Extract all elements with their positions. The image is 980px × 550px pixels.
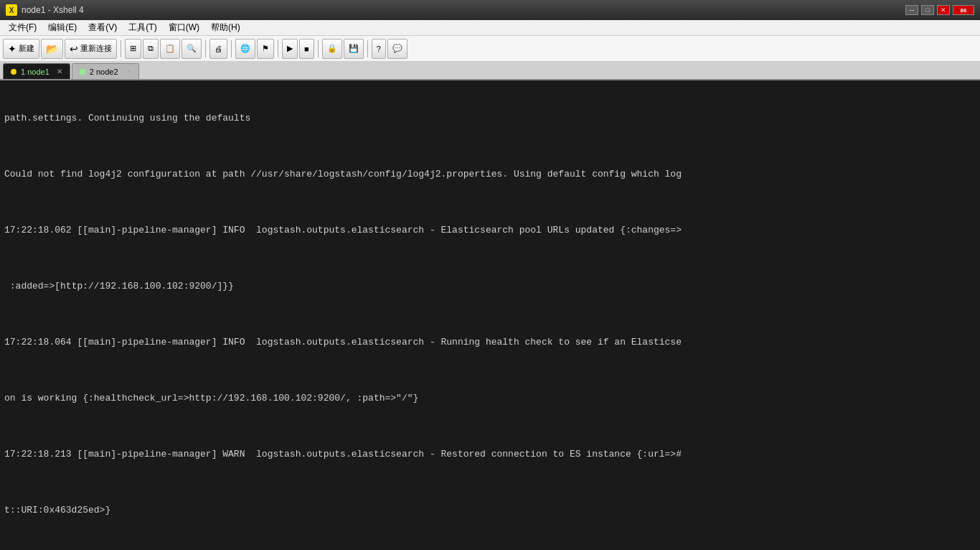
disk-icon: 💾 — [349, 44, 359, 53]
stop-button[interactable]: ■ — [299, 39, 314, 59]
menu-file[interactable]: 文件(F) — [3, 20, 42, 35]
grid-icon: ⊞ — [130, 44, 136, 53]
separator-3 — [231, 40, 232, 57]
title-bar: X node1 - Xshell 4 ─ □ ✕ 86 — [0, 0, 980, 20]
print-button[interactable]: 🖨 — [209, 39, 227, 59]
term-line-4: 17:22:18.064 [[main]-pipeline-manager] I… — [4, 335, 976, 350]
menu-tools[interactable]: 工具(T) — [123, 20, 162, 35]
open-icon: 📂 — [46, 43, 58, 55]
reconnect-icon: ↩ — [70, 43, 78, 55]
lock-button[interactable]: 🔒 — [322, 39, 342, 59]
tab-label-1: 1 node1 — [21, 67, 50, 76]
flag-button[interactable]: ⚑ — [257, 39, 274, 59]
separator-6 — [367, 40, 368, 57]
menu-window[interactable]: 窗口(W) — [163, 20, 205, 35]
minimize-button[interactable]: ─ — [905, 5, 918, 15]
term-line-1: Could not find log4j2 configuration at p… — [4, 167, 976, 182]
tab-close-2[interactable]: ✕ — [126, 67, 131, 75]
find-button[interactable]: 🔍 — [182, 39, 202, 59]
reconnect-button[interactable]: ↩ 重新连接 — [65, 39, 117, 59]
globe-button[interactable]: 🌐 — [235, 39, 255, 59]
paste-button[interactable]: 📋 — [160, 39, 180, 59]
term-line-5: on is working {:healthcheck_url=>http://… — [4, 391, 976, 406]
window-title: node1 - Xshell 4 — [22, 5, 905, 15]
close-button[interactable]: ✕ — [937, 5, 950, 15]
chat-icon: 💬 — [392, 44, 402, 53]
notification-badge[interactable]: 86 — [953, 5, 974, 15]
term-line-2: 17:22:18.062 [[main]-pipeline-manager] I… — [4, 223, 976, 238]
menu-view[interactable]: 查看(V) — [83, 20, 123, 35]
help-button[interactable]: ? — [372, 39, 386, 59]
tab-node2[interactable]: 2 node2 ✕ — [72, 63, 139, 79]
maximize-button[interactable]: □ — [921, 5, 934, 15]
lock-icon: 🔒 — [327, 44, 337, 53]
toolbar: ✦ 新建 📂 ↩ 重新连接 ⊞ ⧉ 📋 🔍 🖨 🌐 ⚑ ▶ ■ 🔒 💾 — [0, 36, 980, 62]
open-button[interactable]: 📂 — [41, 39, 63, 59]
chat-button[interactable]: 💬 — [387, 39, 407, 59]
tab-dot-2 — [80, 69, 85, 75]
play-icon: ▶ — [287, 44, 293, 53]
separator-1 — [121, 40, 121, 57]
menu-bar: 文件(F) 编辑(E) 查看(V) 工具(T) 窗口(W) 帮助(H) — [0, 20, 980, 36]
new-icon: ✦ — [8, 43, 17, 55]
menu-edit[interactable]: 编辑(E) — [42, 20, 83, 35]
tab-node1[interactable]: 1 node1 ✕ — [3, 63, 70, 79]
find-icon: 🔍 — [187, 44, 197, 53]
print-icon: 🖨 — [215, 45, 222, 53]
globe-icon: 🌐 — [240, 44, 250, 53]
tab-close-1[interactable]: ✕ — [57, 67, 62, 75]
separator-2 — [205, 40, 206, 57]
separator-5 — [318, 40, 319, 57]
tab-label-2: 2 node2 — [90, 67, 118, 76]
app-icon: X — [6, 4, 17, 16]
copy-icon: ⧉ — [148, 44, 154, 53]
disk-button[interactable]: 💾 — [344, 39, 364, 59]
term-line-3: :added=>[http://192.168.100.102:9200/]}} — [4, 279, 976, 294]
paste-icon: 📋 — [165, 44, 175, 53]
terminal[interactable]: path.settings. Continuing using the defa… — [0, 80, 980, 550]
new-button[interactable]: ✦ 新建 — [3, 39, 39, 59]
tab-bar: 1 node1 ✕ 2 node2 ✕ — [0, 62, 980, 80]
help-icon: ? — [377, 45, 381, 53]
grid-button[interactable]: ⊞ — [125, 39, 141, 59]
term-line-7: t::URI:0x463d25ed>} — [4, 503, 976, 518]
stop-icon: ■ — [304, 45, 309, 53]
copy-button[interactable]: ⧉ — [143, 39, 159, 59]
window-controls: ─ □ ✕ 86 — [905, 5, 974, 15]
menu-help[interactable]: 帮助(H) — [205, 20, 246, 35]
flag-icon: ⚑ — [262, 44, 269, 53]
term-line-6: 17:22:18.213 [[main]-pipeline-manager] W… — [4, 447, 976, 462]
separator-4 — [278, 40, 278, 57]
play-button[interactable]: ▶ — [282, 39, 298, 59]
term-line-0: path.settings. Continuing using the defa… — [4, 111, 976, 126]
tab-dot-1 — [11, 69, 17, 75]
